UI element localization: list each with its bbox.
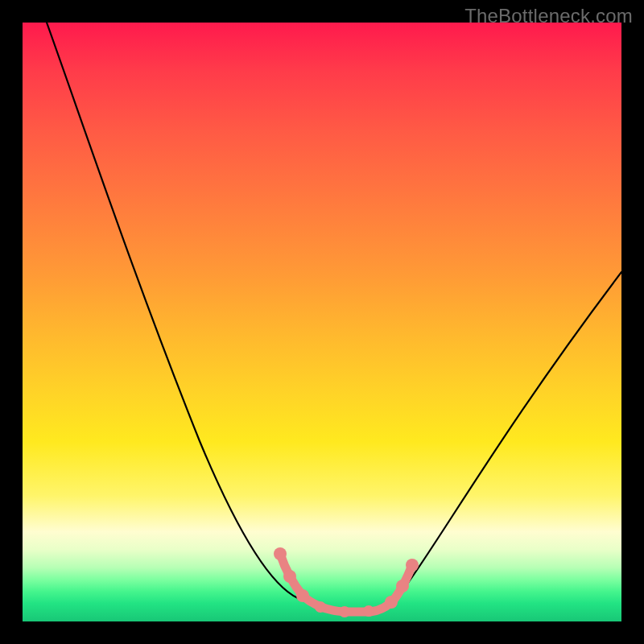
bead-marker bbox=[315, 601, 326, 613]
bead-marker bbox=[396, 580, 409, 592]
bead-marker bbox=[363, 605, 374, 617]
curve-layer bbox=[23, 23, 621, 621]
bead-marker bbox=[385, 596, 398, 609]
bead-marker bbox=[296, 589, 309, 602]
bead-marker bbox=[406, 559, 419, 572]
watermark-text: TheBottleneck.com bbox=[464, 5, 633, 27]
bottleneck-curve bbox=[47, 23, 621, 610]
bead-marker bbox=[283, 570, 296, 583]
plot-area bbox=[23, 23, 621, 621]
bead-marker bbox=[339, 606, 350, 617]
bead-marker bbox=[274, 547, 287, 560]
chart-frame: TheBottleneck.com bbox=[0, 0, 644, 644]
